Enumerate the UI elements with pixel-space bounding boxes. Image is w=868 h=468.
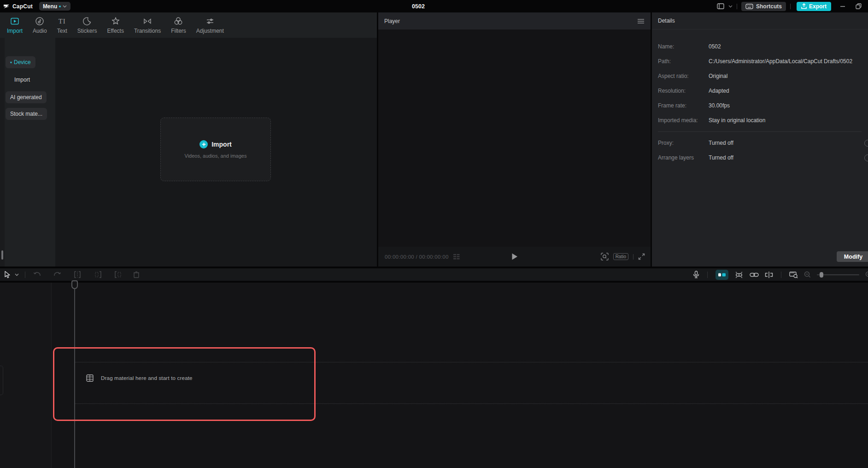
tab-label: Adjustment <box>196 28 224 34</box>
transitions-icon <box>142 16 152 26</box>
tab-label: Transitions <box>134 28 161 34</box>
tab-label: Import <box>7 28 23 34</box>
tab-audio[interactable]: Audio <box>28 12 52 38</box>
details-title: Details <box>652 12 868 30</box>
preview-quality-icon[interactable] <box>601 253 609 261</box>
detail-value: 0502 <box>709 43 721 50</box>
detail-value: Turned off <box>709 140 733 146</box>
timeline-zoom-slider[interactable] <box>817 274 859 275</box>
sidebar-item-label: AI generated <box>10 94 42 101</box>
modify-button[interactable]: Modify <box>837 251 868 262</box>
player-controls: 00:00:00:00 / 00:00:00:00 Ratio <box>378 247 651 267</box>
layout-chevron-icon[interactable] <box>728 5 733 8</box>
tab-filters[interactable]: Filters <box>166 12 191 38</box>
main-track-magnet-toggle[interactable] <box>716 270 728 280</box>
auto-snap-icon[interactable] <box>734 271 744 278</box>
menu-button[interactable]: Menu <box>39 2 70 11</box>
titlebar-divider <box>790 4 791 9</box>
timeline-toolbar <box>0 267 868 282</box>
title-bar: CapCut Menu 0502 Shortcuts Export <box>0 0 868 12</box>
sidebar-item-stock-material[interactable]: Stock mate... <box>6 108 47 120</box>
detail-row-proxy: Proxy: Turned off <box>658 136 862 150</box>
player-menu-icon[interactable] <box>637 18 645 24</box>
titlebar-divider <box>737 4 737 9</box>
select-cursor-icon[interactable] <box>4 271 11 278</box>
delete-right-icon[interactable] <box>114 271 122 278</box>
detail-label: Arrange layers <box>658 154 709 161</box>
sidebar-item-label: Stock mate... <box>10 111 42 117</box>
zoom-slider-handle[interactable] <box>820 272 823 278</box>
shortcuts-button-label: Shortcuts <box>756 3 782 10</box>
detail-value: Original <box>709 73 727 79</box>
arrange-layers-toggle[interactable] <box>864 154 868 161</box>
controls-divider <box>633 254 633 260</box>
link-materials-icon[interactable] <box>750 273 759 277</box>
text-icon: TI <box>59 16 66 26</box>
media-panel: Import Audio TI Text Stickers Effects Tr… <box>0 12 377 267</box>
delete-left-icon[interactable] <box>94 271 102 278</box>
panel-layout-icon[interactable] <box>717 3 724 9</box>
detail-label: Frame rate: <box>658 102 709 109</box>
media-sidebar: ▾ Device Import AI generated Stock mate.… <box>0 38 55 267</box>
audio-icon <box>35 16 45 26</box>
play-icon[interactable] <box>511 253 517 260</box>
sidebar-item-import[interactable]: Import <box>6 74 35 86</box>
filters-icon <box>173 16 183 26</box>
detail-row-frame-rate: Frame rate: 30.00fps <box>658 98 862 113</box>
media-tabstrip: Import Audio TI Text Stickers Effects Tr… <box>0 12 377 38</box>
preview-axis-icon[interactable] <box>765 272 773 278</box>
shortcuts-button[interactable]: Shortcuts <box>741 2 786 11</box>
effects-star-icon <box>111 16 121 26</box>
sidebar-item-label: Import <box>14 77 30 83</box>
chevron-down-icon <box>63 5 67 8</box>
sidebar-item-device[interactable]: ▾ Device <box>6 56 35 68</box>
redo-icon[interactable] <box>53 272 61 278</box>
import-dropzone[interactable]: + Import Videos, audios, and images <box>160 118 271 181</box>
zoom-in-icon[interactable] <box>865 271 868 278</box>
zoom-out-icon[interactable] <box>804 271 811 278</box>
panel-resize-handle[interactable] <box>1 250 3 260</box>
timecode-format-icon[interactable] <box>453 254 460 260</box>
tab-adjustment[interactable]: Adjustment <box>191 12 229 38</box>
restore-window-icon[interactable] <box>856 3 862 9</box>
menu-button-label: Menu <box>43 3 57 10</box>
toolbar-divider <box>25 272 25 278</box>
proxy-toggle[interactable] <box>864 140 868 147</box>
tab-effects[interactable]: Effects <box>102 12 129 38</box>
fullscreen-icon[interactable] <box>638 253 645 260</box>
track-options-tab[interactable] <box>0 366 3 395</box>
toolbar-divider <box>781 272 781 278</box>
adjust-track-height-icon[interactable] <box>789 271 798 278</box>
split-icon[interactable] <box>74 271 81 278</box>
detail-value: 30.00fps <box>709 102 730 109</box>
detail-label: Path: <box>658 58 709 65</box>
timeline-area[interactable]: Drag material here and start to create <box>0 283 868 468</box>
export-button-label: Export <box>809 3 827 10</box>
undo-icon[interactable] <box>33 272 41 278</box>
export-icon <box>801 3 807 9</box>
detail-row-resolution: Resolution: Adapted <box>658 83 862 98</box>
toolbar-divider <box>707 272 708 278</box>
tab-import[interactable]: Import <box>2 12 28 38</box>
tab-label: Stickers <box>77 28 97 34</box>
tab-transitions[interactable]: Transitions <box>129 12 166 38</box>
app-logo: CapCut <box>3 3 33 10</box>
ratio-button[interactable]: Ratio <box>613 253 628 260</box>
delete-icon[interactable] <box>133 271 140 278</box>
tab-stickers[interactable]: Stickers <box>72 12 102 38</box>
cursor-mode-chevron-icon[interactable] <box>15 273 19 276</box>
tab-text[interactable]: TI Text <box>52 12 72 38</box>
detail-label: Imported media: <box>658 117 709 124</box>
tab-label: Audio <box>33 28 47 34</box>
detail-row-aspect-ratio: Aspect ratio: Original <box>658 69 862 83</box>
record-voiceover-icon[interactable] <box>693 271 699 278</box>
detail-row-imported-media: Imported media: Stay in original locatio… <box>658 113 862 128</box>
detail-value: Turned off <box>709 154 733 161</box>
detail-label: Proxy: <box>658 140 709 146</box>
dropzone-title: Import <box>211 141 232 148</box>
track-header-gutter <box>0 283 52 468</box>
sidebar-item-ai-generated[interactable]: AI generated <box>6 91 47 103</box>
export-button[interactable]: Export <box>797 2 831 11</box>
playhead-handle[interactable] <box>71 280 78 289</box>
minimize-icon[interactable] <box>840 4 845 9</box>
